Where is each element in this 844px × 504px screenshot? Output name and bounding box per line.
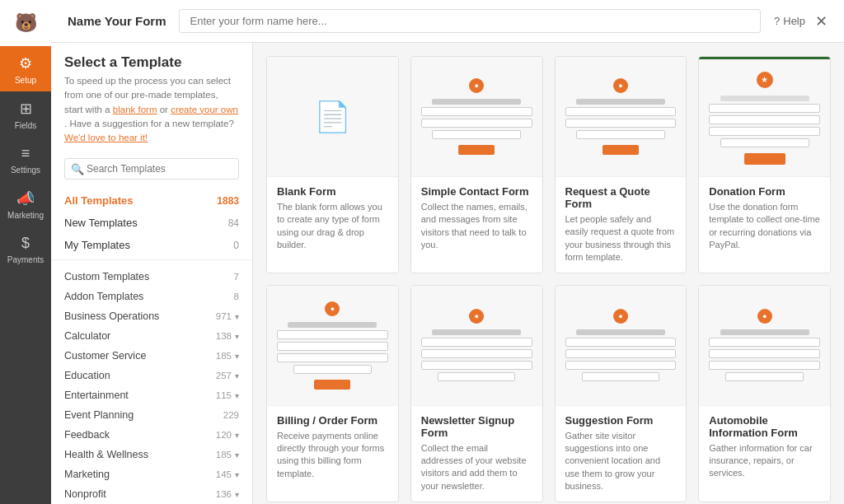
nav-new-templates[interactable]: New Templates 84 [51, 212, 252, 234]
search-input[interactable] [64, 158, 239, 180]
template-info: Donation Form Use the donation form temp… [699, 176, 830, 260]
category-label: Health & Wellness [64, 449, 148, 460]
app-logo: 🐻 [0, 0, 51, 46]
category-count: 971 [216, 311, 232, 321]
category-item[interactable]: Event Planning 229 [51, 405, 252, 425]
template-desc: The blank form allows you to create any … [277, 201, 388, 252]
search-wrapper: 🔍 [64, 158, 239, 180]
template-info: Blank Form The blank form allows you to … [267, 176, 398, 260]
marketing-icon: 📣 [16, 189, 35, 208]
create-own-link[interactable]: create your own [171, 105, 238, 114]
template-icon: ● [325, 301, 340, 316]
template-thumb: ● [411, 286, 542, 405]
template-card[interactable]: ● Simple Contact Form Collect the names,… [410, 56, 543, 273]
category-label: Custom Templates [64, 271, 149, 282]
category-count: 115 [216, 390, 232, 400]
help-link[interactable]: ? Help [774, 15, 805, 27]
category-count: 185 [216, 351, 232, 361]
sidebar-item-payments[interactable]: $ Payments [0, 226, 51, 271]
category-count: 185 [216, 450, 232, 460]
category-label: Entertainment [64, 390, 129, 401]
template-thumb: ● [267, 286, 398, 405]
panel-header: Select a Template To speed up the proces… [51, 43, 252, 152]
section-title: Select a Template [64, 54, 239, 71]
chevron-down-icon: ▾ [235, 352, 239, 361]
category-count: 229 [223, 410, 239, 420]
template-thumb: ● [556, 286, 687, 405]
nav-my-templates[interactable]: My Templates 0 [51, 234, 252, 256]
sidebar-item-settings[interactable]: ≡ Settings [0, 137, 51, 181]
category-item[interactable]: Customer Service 185 ▾ [51, 346, 252, 366]
template-info: Billing / Order Form Receive payments on… [267, 405, 398, 489]
category-item[interactable]: Custom Templates 7 [51, 267, 252, 287]
category-label: Calculator [64, 330, 110, 342]
chevron-down-icon: ▾ [235, 332, 239, 341]
help-circle-icon: ? [774, 15, 780, 27]
category-count: 138 [216, 331, 232, 341]
nav-all-templates[interactable]: All Templates 1883 [51, 189, 252, 212]
right-content: 📄 Blank Form The blank form allows you t… [253, 43, 844, 504]
template-name: Simple Contact Form [421, 185, 532, 198]
sidebar-item-label: Fields [15, 121, 37, 130]
category-item[interactable]: Feedback 120 ▾ [51, 425, 252, 445]
template-card[interactable]: ★ Donation Form Use the donation form te… [698, 56, 831, 273]
sidebar-item-marketing[interactable]: 📣 Marketing [0, 181, 51, 226]
template-card[interactable]: ● Request a Quote Form Let people safely… [555, 56, 687, 273]
blank-form-icon: 📄 [314, 100, 351, 134]
chevron-down-icon: ▾ [235, 391, 239, 400]
nav-count: 1883 [217, 195, 239, 207]
suggestion-link[interactable]: We'd love to hear it! [64, 133, 148, 142]
template-card[interactable]: ● Newsletter Signup Form Collect the ema… [410, 285, 543, 502]
template-card[interactable]: 📄 Blank Form The blank form allows you t… [266, 56, 399, 273]
blank-form-link[interactable]: blank form [113, 105, 157, 114]
category-item[interactable]: Calculator 138 ▾ [51, 326, 252, 346]
form-name-label: Name Your Form [68, 14, 166, 28]
top-bar-actions: ? Help ✕ [774, 12, 828, 30]
template-desc: Gather site visitor suggestions into one… [565, 430, 677, 493]
template-card[interactable]: ● Billing / Order Form Receive payments … [266, 285, 399, 502]
nav-label: All Templates [64, 194, 134, 207]
form-name-input[interactable] [179, 9, 761, 33]
template-info: Automobile Information Form Gather infor… [699, 405, 830, 488]
sidebar-item-label: Settings [11, 166, 40, 175]
category-item[interactable]: Addon Templates 8 [51, 287, 252, 306]
category-item[interactable]: Health & Wellness 185 ▾ [51, 445, 252, 464]
category-item[interactable]: Business Operations 971 ▾ [51, 306, 252, 326]
sidebar-item-setup[interactable]: ⚙ Setup [0, 46, 51, 91]
category-count: 257 [216, 371, 232, 380]
template-desc: Collect the names, emails, and messages … [421, 201, 532, 252]
template-desc: Collect the email addresses of your webs… [421, 442, 532, 493]
sidebar: 🐻 ⚙ Setup ⊞ Fields ≡ Settings 📣 Marketin… [0, 0, 51, 504]
search-icon: 🔍 [71, 163, 84, 175]
nav-count: 0 [233, 240, 239, 251]
category-item[interactable]: Entertainment 115 ▾ [51, 385, 252, 405]
category-item[interactable]: Marketing 145 ▾ [51, 464, 252, 484]
category-item[interactable]: Education 257 ▾ [51, 366, 252, 385]
sidebar-item-label: Setup [15, 76, 36, 85]
template-name: Automobile Information Form [709, 414, 820, 439]
category-label: Feedback [64, 429, 110, 441]
payments-icon: $ [21, 235, 30, 252]
template-card[interactable]: ● Suggestion Form Gather site visitor su… [555, 285, 687, 502]
template-icon: ★ [757, 72, 773, 88]
template-name: Donation Form [709, 185, 820, 198]
template-thumb: ★ [699, 57, 830, 176]
template-thumb: 📄 [267, 57, 398, 176]
template-card[interactable]: ● Automobile Information Form Gather inf… [698, 285, 831, 502]
templates-grid: 📄 Blank Form The blank form allows you t… [266, 56, 831, 502]
template-desc: Let people safely and easily request a q… [565, 213, 677, 264]
chevron-down-icon: ▾ [235, 371, 239, 380]
template-thumb: ● [411, 57, 542, 176]
sidebar-item-label: Marketing [7, 211, 44, 220]
template-info: Request a Quote Form Let people safely a… [556, 176, 687, 273]
desc-mid: or [160, 105, 171, 114]
setup-icon: ⚙ [19, 54, 32, 72]
category-label: Education [64, 370, 110, 381]
thumb-button [314, 380, 350, 390]
category-count: 8 [234, 292, 239, 301]
sidebar-item-fields[interactable]: ⊞ Fields [0, 91, 51, 137]
category-item[interactable]: Nonprofit 136 ▾ [51, 484, 252, 504]
thumb-button [744, 153, 785, 165]
close-button[interactable]: ✕ [815, 12, 828, 30]
template-info: Simple Contact Form Collect the names, e… [411, 176, 542, 260]
